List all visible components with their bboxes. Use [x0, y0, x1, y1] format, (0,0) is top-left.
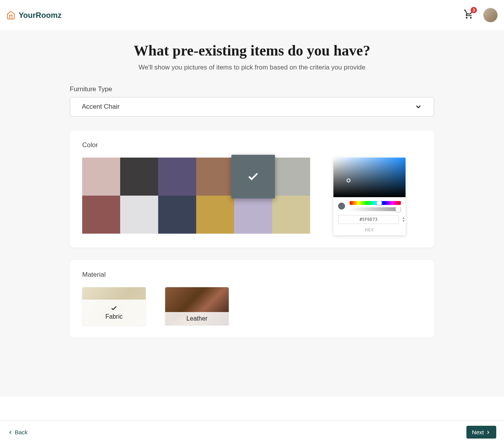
color-swatches [82, 158, 310, 234]
brand-name: YourRoomz [19, 11, 62, 20]
material-label: Material [82, 271, 422, 279]
material-option[interactable]: Leather [165, 287, 229, 325]
header-actions: 3 [464, 8, 498, 23]
chevron-down-icon [414, 103, 422, 111]
material-option[interactable]: Fabric [82, 287, 146, 325]
color-swatch[interactable] [234, 196, 272, 234]
color-swatch[interactable] [82, 196, 120, 234]
color-picker: ▲▼ HEX [333, 158, 406, 235]
material-label-bar: Leather [165, 312, 229, 325]
material-label-bar: Fabric [82, 300, 146, 325]
color-swatch[interactable] [158, 158, 196, 196]
furniture-type-select[interactable]: Accent Chair [70, 97, 434, 116]
furniture-type-label: Furniture Type [70, 85, 434, 93]
page-title: What pre-existing items do you have? [70, 42, 434, 59]
hue-slider[interactable] [350, 201, 401, 205]
cart-button[interactable]: 3 [464, 9, 474, 21]
page-subtitle: We'll show you pictures of items to pick… [70, 64, 434, 71]
avatar[interactable] [483, 8, 498, 23]
header: YourRoomz 3 [0, 0, 504, 30]
material-card: Material FabricLeather [70, 260, 434, 338]
material-options: FabricLeather [82, 287, 422, 325]
alpha-slider[interactable] [350, 207, 401, 211]
color-label: Color [82, 141, 422, 149]
format-toggle[interactable]: ▲▼ [402, 217, 405, 223]
hex-input[interactable] [338, 215, 399, 224]
material-name: Leather [186, 315, 207, 322]
saturation-area[interactable] [333, 158, 406, 197]
hue-thumb[interactable] [376, 200, 382, 206]
color-preview-dot [338, 203, 345, 210]
hex-label: HEX [333, 228, 406, 235]
color-swatch[interactable] [120, 158, 158, 196]
color-swatch[interactable] [196, 196, 234, 234]
logo[interactable]: YourRoomz [6, 10, 62, 20]
check-icon [110, 305, 117, 312]
check-icon [247, 170, 259, 183]
color-card: Color ▲▼ [70, 130, 434, 248]
color-swatch[interactable] [272, 196, 310, 234]
home-icon [6, 10, 16, 20]
alpha-thumb[interactable] [395, 206, 401, 212]
color-swatch[interactable] [272, 158, 310, 196]
picker-cursor[interactable] [347, 179, 350, 182]
color-swatch[interactable] [120, 196, 158, 234]
color-swatch[interactable] [82, 158, 120, 196]
main-content: What pre-existing items do you have? We'… [0, 30, 504, 397]
color-swatch[interactable] [231, 155, 275, 199]
cart-badge: 3 [471, 7, 477, 13]
material-name: Fabric [105, 313, 123, 320]
color-swatch[interactable] [158, 196, 196, 234]
furniture-type-value: Accent Chair [82, 103, 119, 111]
color-swatch[interactable] [196, 158, 234, 196]
